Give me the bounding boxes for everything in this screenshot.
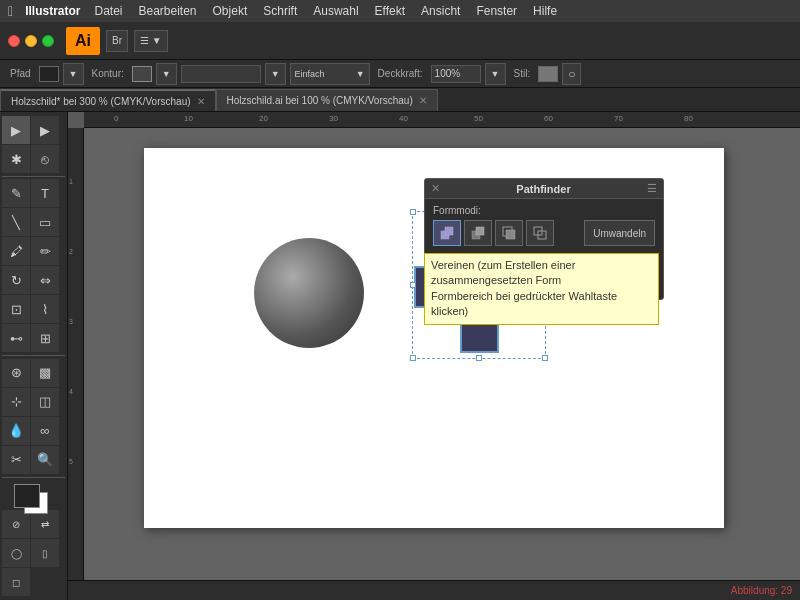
menu-ansicht[interactable]: Ansicht [415, 2, 466, 20]
stroke-swatch[interactable] [132, 66, 152, 82]
br-button[interactable]: Br [106, 30, 128, 52]
deckkraft-label: Deckkraft: [374, 68, 427, 79]
minimize-button[interactable] [25, 35, 37, 47]
minus-front-button[interactable] [464, 220, 492, 246]
blend-tool[interactable]: ∞ [31, 417, 59, 445]
stroke-style-arrow: ▼ [356, 69, 365, 79]
change-screen-mode[interactable]: ◻ [2, 568, 30, 596]
column-graph-tool[interactable]: ▩ [31, 359, 59, 387]
line-tool[interactable]: ╲ [2, 208, 30, 236]
stroke-options[interactable]: ▼ [156, 63, 177, 85]
lasso-tool[interactable]: ⎋ [31, 145, 59, 173]
title-bar: Ai Br ☰ ▼ [0, 22, 800, 60]
ai-logo: Ai [66, 27, 100, 55]
fill-options[interactable]: ▼ [63, 63, 84, 85]
workspace-button[interactable]: ☰ ▼ [134, 30, 168, 52]
fullscreen-button[interactable] [42, 35, 54, 47]
stil-swatch[interactable] [538, 66, 558, 82]
foreground-color-swatch[interactable] [14, 484, 40, 508]
tab-close-inactive[interactable]: ✕ [419, 95, 427, 106]
pen-tool[interactable]: ✎ [2, 179, 30, 207]
formmodi-label: Formmodi: [433, 205, 655, 216]
left-toolbar: ▶ ▶ ✱ ⎋ ✎ T ╲ ▭ 🖍 ✏ ↻ ⇔ ⊡ ⌇ ⊷ ⊞ [0, 112, 68, 600]
reflect-tool[interactable]: ⇔ [31, 266, 59, 294]
panel-titlebar: ✕ Pathfinder ☰ [425, 179, 663, 199]
kontur-label: Kontur: [88, 68, 128, 79]
stroke-width-input[interactable] [181, 65, 261, 83]
mesh-tool[interactable]: ⊹ [2, 388, 30, 416]
paintbrush-tool[interactable]: 🖍 [2, 237, 30, 265]
direct-select-tool[interactable]: ▶ [31, 116, 59, 144]
warp-tool[interactable]: ⌇ [31, 295, 59, 323]
tooltip-line1: Vereinen (zum Erstellen einer zusammenge… [431, 259, 575, 286]
svg-rect-3 [445, 227, 453, 235]
menu-schrift[interactable]: Schrift [257, 2, 303, 20]
panel-menu-button[interactable]: ☰ [647, 182, 657, 195]
color-swatches[interactable] [14, 484, 54, 501]
width-tool[interactable]: ⊷ [2, 324, 30, 352]
unite-icon [439, 225, 455, 241]
handle-bottom-right[interactable] [542, 355, 548, 361]
draw-behind[interactable]: ▯ [31, 539, 59, 567]
minus-front-icon [470, 225, 486, 241]
scissors-tool[interactable]: ✂ [2, 446, 30, 474]
ruler-mark-50: 50 [474, 114, 483, 123]
umwandeln-button[interactable]: Umwandeln [584, 220, 655, 246]
vruler-mark-2: 2 [69, 248, 73, 255]
exclude-button[interactable] [526, 220, 554, 246]
ruler-mark-60: 60 [544, 114, 553, 123]
type-tool[interactable]: T [31, 179, 59, 207]
select-tool[interactable]: ▶ [2, 116, 30, 144]
shape-tool[interactable]: ▭ [31, 208, 59, 236]
gradient-tool[interactable]: ◫ [31, 388, 59, 416]
panel-title: Pathfinder [516, 183, 570, 195]
vruler-mark-4: 4 [69, 388, 73, 395]
normal-mode[interactable]: ◯ [2, 539, 30, 567]
tooltip-box: Vereinen (zum Erstellen einer zusammenge… [424, 253, 659, 325]
ruler-mark-10: 10 [184, 114, 193, 123]
traffic-lights [8, 35, 54, 47]
menu-effekt[interactable]: Effekt [369, 2, 411, 20]
panel-close-button[interactable]: ✕ [431, 182, 440, 195]
magic-wand-tool[interactable]: ✱ [2, 145, 30, 173]
stroke-style-label: Einfach [295, 69, 354, 79]
menu-hilfe[interactable]: Hilfe [527, 2, 563, 20]
status-text: Abbildung: 29 [731, 585, 792, 596]
globe-options[interactable]: ○ [562, 63, 581, 85]
menu-objekt[interactable]: Objekt [207, 2, 254, 20]
menu-auswahl[interactable]: Auswahl [307, 2, 364, 20]
unite-button[interactable] [433, 220, 461, 246]
tooltip-line2: Formbereich bei gedrückter Wahltaste kli… [431, 290, 617, 317]
free-transform-tool[interactable]: ⊞ [31, 324, 59, 352]
tab-active[interactable]: Holzschild* bei 300 % (CMYK/Vorschau) ✕ [0, 89, 216, 111]
canvas-area: 0 10 20 30 40 50 60 70 80 1 2 3 4 5 [68, 112, 800, 600]
stroke-line-style[interactable]: Einfach ▼ [290, 63, 370, 85]
ruler-mark-20: 20 [259, 114, 268, 123]
symbol-tool[interactable]: ⊛ [2, 359, 30, 387]
fill-swatch[interactable] [39, 66, 59, 82]
pencil-tool[interactable]: ✏ [31, 237, 59, 265]
menu-bearbeiten[interactable]: Bearbeiten [132, 2, 202, 20]
handle-bottom-middle[interactable] [476, 355, 482, 361]
tab-inactive[interactable]: Holzschild.ai bei 100 % (CMYK/Vorschau) … [216, 89, 438, 111]
deckkraft-input[interactable] [431, 65, 481, 83]
deckkraft-dropdown[interactable]: ▼ [485, 63, 506, 85]
scale-tool[interactable]: ⊡ [2, 295, 30, 323]
zoom-tool[interactable]: 🔍 [31, 446, 59, 474]
main-layout: ▶ ▶ ✱ ⎋ ✎ T ╲ ▭ 🖍 ✏ ↻ ⇔ ⊡ ⌇ ⊷ ⊞ [0, 112, 800, 600]
stroke-width-unit[interactable]: ▼ [265, 63, 286, 85]
svg-rect-5 [476, 227, 484, 235]
intersect-button[interactable] [495, 220, 523, 246]
close-button[interactable] [8, 35, 20, 47]
apple-icon[interactable]:  [8, 3, 13, 19]
rotate-tool[interactable]: ↻ [2, 266, 30, 294]
handle-bottom-left[interactable] [410, 355, 416, 361]
ruler-mark-0: 0 [114, 114, 118, 123]
menu-fenster[interactable]: Fenster [470, 2, 523, 20]
eyedropper-tool[interactable]: 💧 [2, 417, 30, 445]
menu-datei[interactable]: Datei [88, 2, 128, 20]
tabs-bar: Holzschild* bei 300 % (CMYK/Vorschau) ✕ … [0, 88, 800, 112]
sphere-object [254, 238, 364, 348]
formmodi-buttons: Umwandeln [433, 220, 655, 246]
tab-close-active[interactable]: ✕ [197, 96, 205, 107]
